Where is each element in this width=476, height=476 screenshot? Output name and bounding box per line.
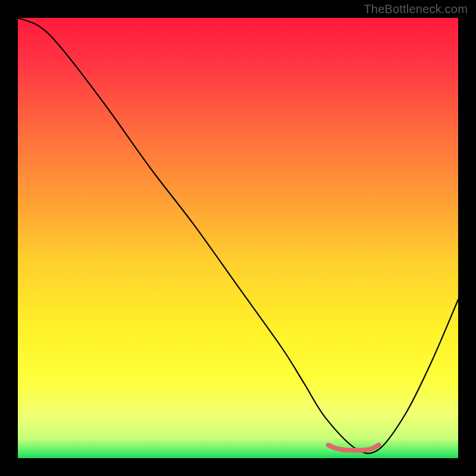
chart-frame: TheBottleneck.com	[0, 0, 476, 476]
watermark-label: TheBottleneck.com	[364, 2, 468, 16]
plot-area	[18, 18, 458, 458]
chart-svg	[18, 18, 458, 458]
gradient-background	[18, 18, 458, 458]
